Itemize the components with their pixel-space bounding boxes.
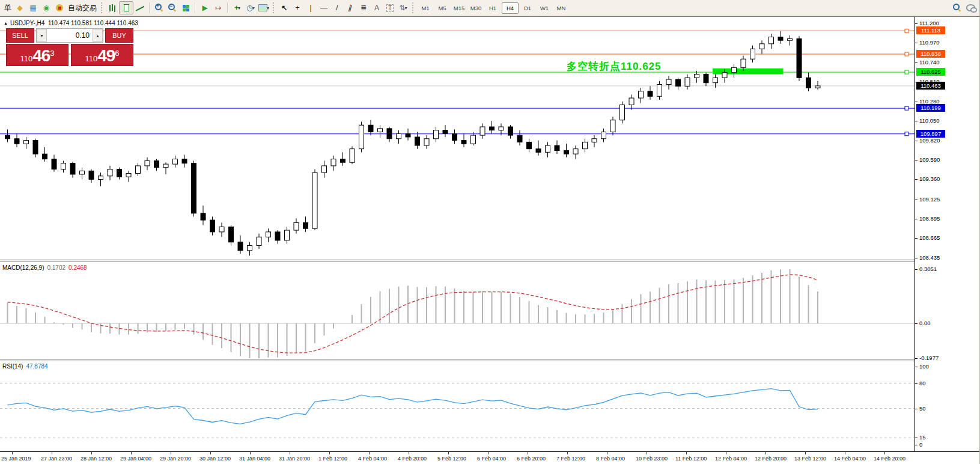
current-price-badge: 110.463	[916, 82, 945, 90]
tile-windows-icon[interactable]	[179, 2, 192, 14]
fibonacci-icon[interactable]: ≣	[357, 2, 370, 14]
volume-decrease-button[interactable]: ▼	[37, 29, 47, 42]
macd-plot[interactable]	[0, 262, 915, 359]
templates-icon[interactable]: ▾	[257, 2, 270, 14]
timeframe-button-W1[interactable]: W1	[537, 3, 552, 13]
buy-button[interactable]: BUY	[105, 28, 133, 43]
new-chart-icon[interactable]: +▾	[231, 2, 244, 14]
search-button[interactable]	[951, 2, 964, 14]
timeframe-button-M30[interactable]: M30	[468, 3, 484, 13]
volume-input[interactable]	[47, 29, 93, 42]
line-chart-icon[interactable]	[133, 2, 147, 14]
vertical-line-icon[interactable]: |	[304, 2, 317, 14]
autotrading-button-label[interactable]: 自动交易	[68, 3, 97, 13]
time-axis-label: 13 Feb 12:00	[794, 456, 826, 462]
timeframe-button-M15[interactable]: M15	[451, 3, 467, 13]
vertical-line-icon: |	[309, 4, 311, 12]
time-axis-label: 25 Jan 2019	[1, 456, 31, 462]
trendline-icon[interactable]: /	[330, 2, 344, 14]
axis-tick	[915, 141, 918, 141]
chat-button[interactable]	[964, 2, 977, 14]
cursor-icon[interactable]: ↖	[278, 2, 291, 14]
price-level-badge: 110.838	[916, 50, 945, 58]
sell-price-button[interactable]: 110463	[6, 44, 68, 66]
price-level-badge: 111.113	[916, 26, 945, 34]
timeframe-button-D1[interactable]: D1	[520, 3, 535, 13]
timeframe-button-H1[interactable]: H1	[485, 3, 501, 13]
zoom-in-icon[interactable]: +	[153, 2, 166, 14]
navigator-icon: ◉	[43, 4, 49, 12]
timeframe-button-M5[interactable]: M5	[434, 3, 450, 13]
text-icon[interactable]: A	[370, 2, 383, 14]
rsi-axis-label: 80	[919, 380, 926, 386]
main-chart-plot[interactable]	[0, 17, 915, 260]
time-axis-tick	[528, 452, 528, 454]
macd-indicator-label: MACD(12,26,9)0.17020.2468	[2, 264, 87, 271]
crosshair-icon[interactable]: +	[291, 2, 304, 14]
time-axis-tick	[884, 452, 885, 454]
chevron-down-icon[interactable]: ▾	[238, 5, 240, 11]
ohlc-values: 110.474 110.581 110.444 110.463	[48, 20, 138, 26]
chart-shift-icon[interactable]: ↦	[212, 2, 225, 14]
time-axis[interactable]: 25 Jan 201927 Jan 23:0028 Jan 12:0029 Ja…	[0, 451, 980, 464]
symbol-period-label: USDJPY-,H4	[10, 20, 44, 26]
trend-annotation[interactable]: 多空转折点110.625	[567, 60, 662, 73]
chevron-down-icon[interactable]: ▾	[252, 5, 255, 11]
zoom-out-icon[interactable]: −	[166, 2, 179, 14]
timeframe-button-MN[interactable]: MN	[553, 3, 569, 13]
price-axis[interactable]: 111.200110.970110.740110.510110.280110.0…	[915, 17, 980, 451]
navigator-icon[interactable]: ◉	[40, 2, 53, 14]
price-axis-label: 110.740	[919, 59, 940, 66]
chat-icon	[966, 4, 975, 11]
crosshair-icon: +	[295, 4, 299, 12]
auto-scroll-icon[interactable]: ▶	[198, 2, 212, 14]
equidistant-channel-icon[interactable]: ∥	[344, 2, 357, 14]
time-axis-label: 14 Feb 20:00	[874, 456, 905, 462]
volume-increase-button[interactable]: ▲	[93, 29, 103, 42]
axis-tick	[915, 219, 918, 219]
toolbar-grip[interactable]	[412, 2, 415, 13]
chart-shift-icon: ↦	[215, 4, 221, 12]
toolbar-grip[interactable]	[101, 2, 103, 13]
time-axis-tick	[845, 452, 845, 454]
time-axis-label: 10 Feb 23:00	[636, 456, 668, 462]
axis-tick	[915, 200, 918, 200]
orders-menu[interactable]: 单	[4, 3, 11, 13]
sell-button[interactable]: SELL	[6, 28, 34, 43]
axis-tick	[915, 323, 918, 324]
periods-icon[interactable]: ◷▾	[244, 2, 257, 14]
axis-tick	[915, 23, 918, 24]
chevron-down-icon[interactable]: ▾	[267, 5, 269, 11]
rsi-axis-label: 100	[919, 363, 929, 370]
price-axis-label: 111.200	[919, 20, 939, 26]
time-axis-tick	[409, 452, 409, 454]
toolbar-grip[interactable]	[273, 2, 275, 13]
time-axis-tick	[290, 452, 290, 454]
time-axis-label: 31 Jan 20:00	[279, 456, 310, 462]
text-label-icon[interactable]: T	[383, 2, 397, 14]
auto-scroll-icon: ▶	[202, 4, 207, 12]
price-axis-label: 109.360	[919, 176, 940, 182]
buy-price-button[interactable]: 110496	[71, 44, 133, 66]
rsi-plot[interactable]	[0, 361, 915, 451]
new-order-icon[interactable]: ◆	[13, 2, 26, 14]
time-axis-label: 6 Feb 04:00	[477, 456, 506, 462]
time-axis-label: 12 Feb 04:00	[715, 456, 747, 462]
sell-price-big: 46	[32, 46, 50, 65]
timeframe-button-H4[interactable]: H4	[502, 2, 519, 14]
arrows-icon[interactable]: ⇅▾	[397, 2, 410, 14]
macd-axis-label: 0.3051	[919, 266, 937, 272]
chevron-down-icon[interactable]: ▾	[405, 5, 407, 11]
candlestick-chart-icon[interactable]	[119, 1, 133, 14]
autotrading-button[interactable]	[53, 2, 66, 14]
timeframe-button-M1[interactable]: M1	[418, 3, 433, 13]
bar-chart-icon[interactable]	[106, 2, 119, 14]
time-axis-tick	[567, 452, 568, 454]
price-level-badge: 110.199	[916, 104, 945, 112]
collapse-triangle-icon[interactable]: ▲	[4, 21, 8, 25]
zoom-out-icon: −	[168, 4, 175, 10]
time-axis-label: 8 Feb 04:00	[596, 456, 625, 462]
time-axis-tick	[91, 452, 92, 454]
horizontal-line-icon[interactable]: —	[317, 2, 330, 14]
market-watch-icon[interactable]: ▦	[26, 2, 40, 14]
